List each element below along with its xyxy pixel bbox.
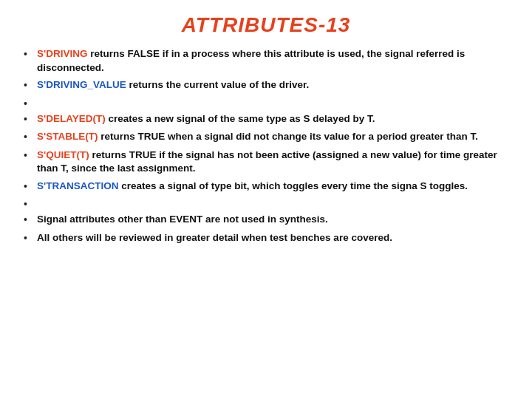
bullet-point: • xyxy=(24,213,37,227)
list-item-content: All others will be reviewed in greater d… xyxy=(37,231,508,245)
list-item-content: S'QUIET(T) returns TRUE if the signal ha… xyxy=(37,149,508,176)
page-title: ATTRIBUTES-13 xyxy=(24,13,508,37)
list-item-content xyxy=(37,97,508,111)
bullet-point: • xyxy=(24,47,37,61)
list-item-content: S'STABLE(T) returns TRUE when a signal d… xyxy=(37,130,508,144)
list-item-content: S'DELAYED(T) creates a new signal of the… xyxy=(37,112,508,126)
bullet-point: • xyxy=(24,180,37,194)
bullet-point: • xyxy=(24,197,37,211)
list-item: • xyxy=(24,97,508,111)
list-item-content: S'TRANSACTION creates a signal of type b… xyxy=(37,180,508,194)
list-item-content: S'DRIVING_VALUE returns the current valu… xyxy=(37,78,508,92)
page: ATTRIBUTES-13 •S'DRIVING returns FALSE i… xyxy=(0,0,532,399)
list-item-content: S'DRIVING returns FALSE if in a process … xyxy=(37,47,508,75)
bullet-point: • xyxy=(24,97,37,111)
list-item: • xyxy=(24,197,508,211)
list-item: •S'STABLE(T) returns TRUE when a signal … xyxy=(24,130,508,144)
list-item: •S'TRANSACTION creates a signal of type … xyxy=(24,180,508,194)
list-item: •S'DELAYED(T) creates a new signal of th… xyxy=(24,112,508,126)
list-item: •S'DRIVING_VALUE returns the current val… xyxy=(24,78,508,92)
bullet-point: • xyxy=(24,149,37,163)
list-item-content: Signal attributes other than EVENT are n… xyxy=(37,213,508,227)
bullet-point: • xyxy=(24,231,37,245)
bullet-point: • xyxy=(24,78,37,92)
bullet-point: • xyxy=(24,112,37,126)
list-item: •S'DRIVING returns FALSE if in a process… xyxy=(24,47,508,75)
list-item: •S'QUIET(T) returns TRUE if the signal h… xyxy=(24,149,508,176)
list-item: •All others will be reviewed in greater … xyxy=(24,231,508,245)
bullet-point: • xyxy=(24,130,37,144)
list-item-content xyxy=(37,197,508,211)
list-item: •Signal attributes other than EVENT are … xyxy=(24,213,508,227)
attributes-list: •S'DRIVING returns FALSE if in a process… xyxy=(24,47,508,245)
